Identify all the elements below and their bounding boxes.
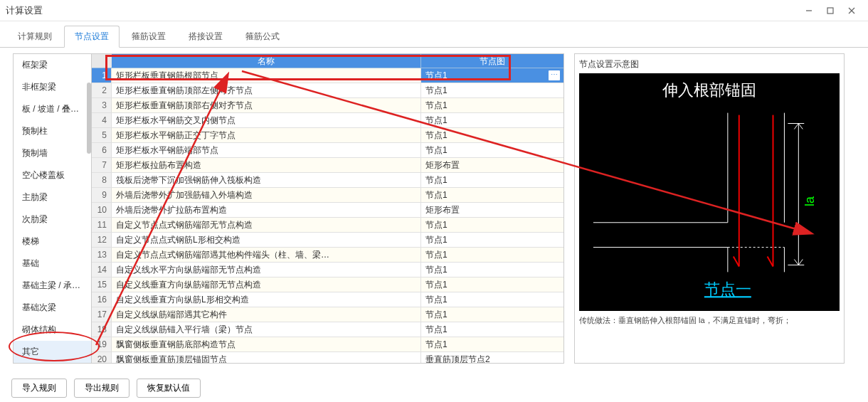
table-row[interactable]: 12自定义节点点式钢筋L形相交构造节点1 (92, 233, 563, 248)
row-number: 4 (92, 113, 112, 127)
more-button[interactable]: ⋯ (548, 70, 561, 81)
row-diagram[interactable]: 节点1 (421, 277, 563, 292)
row-number: 13 (92, 248, 112, 262)
table-row[interactable]: 19飘窗侧板垂直钢筋底部构造节点节点1 (92, 337, 563, 352)
table-row[interactable]: 18自定义线纵筋锚入平行墙（梁）节点节点1 (92, 322, 563, 337)
row-diagram[interactable]: 节点1 (421, 173, 563, 187)
close-button[interactable] (841, 2, 862, 19)
table-row[interactable]: 5矩形栏板水平钢筋正交丁字节点节点1 (92, 128, 563, 143)
sidebar-item-7[interactable]: 次肋梁 (14, 208, 91, 231)
row-diagram[interactable]: 节点1 (421, 233, 563, 247)
row-diagram[interactable]: 节点1⋯ (421, 68, 563, 83)
row-name: 自定义节点点式钢筋L形相交构造 (112, 233, 421, 247)
row-diagram[interactable]: 节点1 (421, 98, 563, 112)
table-row[interactable]: 10外墙后浇带外扩拉筋布置构造矩形布置 (92, 203, 563, 218)
row-number: 14 (92, 263, 112, 277)
row-diagram[interactable]: 节点1 (421, 113, 563, 127)
sidebar-item-4[interactable]: 预制墙 (14, 142, 91, 164)
col-diagram-header: 节点图 (421, 54, 563, 68)
sidebar-item-9[interactable]: 基础 (14, 253, 91, 275)
row-diagram[interactable]: 垂直筋顶层节点2 (421, 352, 563, 364)
row-name: 自定义节点点式钢筋端部无节点构造 (112, 218, 421, 232)
preview-title: 节点设置示意图 (579, 58, 840, 70)
sidebar-item-10[interactable]: 基础主梁 / 承… (14, 275, 91, 297)
table-row[interactable]: 11自定义节点点式钢筋端部无节点构造节点1 (92, 218, 563, 233)
row-name: 外墙后浇带外扩拉筋布置构造 (112, 203, 421, 217)
row-number: 15 (92, 277, 112, 292)
sidebar-item-14[interactable]: 基坑支护 (14, 363, 91, 364)
sidebar-item-3[interactable]: 预制柱 (14, 120, 91, 142)
tab-3[interactable]: 搭接设置 (178, 26, 233, 48)
node-label: 节点一 (704, 280, 751, 298)
table-row[interactable]: 9外墙后浇带外扩加强筋锚入外墙构造节点1 (92, 188, 563, 203)
table-row[interactable]: 17自定义线纵筋端部遇其它构件节点1 (92, 307, 563, 322)
tab-1[interactable]: 节点设置 (64, 26, 120, 48)
maximize-button[interactable] (820, 2, 841, 19)
row-diagram[interactable]: 矩形布置 (421, 158, 563, 172)
sidebar-item-11[interactable]: 基础次梁 (14, 297, 91, 319)
sidebar-item-2[interactable]: 板 / 坡道 / 叠… (14, 98, 91, 120)
table-row[interactable]: 13自定义节点点式钢筋端部遇其他构件端头（柱、墙、梁…节点1 (92, 248, 563, 263)
table-row[interactable]: 3矩形栏板垂直钢筋顶部右侧对齐节点节点1 (92, 98, 563, 113)
minimize-button[interactable] (798, 2, 820, 19)
table-row[interactable]: 6矩形栏板水平钢筋端部节点节点1 (92, 143, 563, 158)
row-name: 矩形栏板水平钢筋端部节点 (112, 143, 421, 157)
row-name: 矩形栏板拉筋布置构造 (112, 158, 421, 172)
row-diagram[interactable]: 节点1 (421, 188, 563, 202)
sidebar-item-1[interactable]: 非框架梁 (14, 76, 91, 98)
table-row[interactable]: 14自定义线水平方向纵筋端部无节点构造节点1 (92, 263, 563, 277)
row-name: 自定义线水平方向纵筋端部无节点构造 (112, 263, 421, 277)
row-diagram[interactable]: 节点1 (421, 143, 563, 157)
table-row[interactable]: 1矩形栏板垂直钢筋根部节点节点1⋯ (92, 68, 563, 83)
sidebar-item-6[interactable]: 主肋梁 (14, 186, 91, 208)
sidebar-item-12[interactable]: 砌体结构 (14, 319, 91, 341)
table-row[interactable]: 7矩形栏板拉筋布置构造矩形布置 (92, 158, 563, 173)
table-row[interactable]: 20飘窗侧板垂直筋顶层锚固节点垂直筋顶层节点2 (92, 352, 563, 364)
row-name: 飘窗侧板垂直钢筋底部构造节点 (112, 337, 421, 351)
row-number: 17 (92, 307, 112, 322)
tab-2[interactable]: 箍筋设置 (121, 26, 176, 48)
row-name: 矩形栏板垂直钢筋顶部左侧对齐节点 (112, 83, 421, 97)
table-row[interactable]: 2矩形栏板垂直钢筋顶部左侧对齐节点节点1 (92, 83, 563, 98)
row-name: 筏板后浇带下沉加强钢筋伸入筏板构造 (112, 173, 421, 187)
sidebar-item-8[interactable]: 楼梯 (14, 231, 91, 253)
row-name: 外墙后浇带外扩加强筋锚入外墙构造 (112, 188, 421, 202)
row-diagram[interactable]: 节点1 (421, 248, 563, 262)
row-diagram[interactable]: 节点1 (421, 83, 563, 97)
window-buttons (798, 2, 862, 19)
col-name-header: 名称 (112, 54, 421, 68)
row-name: 自定义线纵筋端部遇其它构件 (112, 307, 421, 322)
sidebar-item-5[interactable]: 空心楼盖板 (14, 164, 91, 186)
row-number: 11 (92, 218, 112, 232)
import-rules-button[interactable]: 导入规则 (11, 379, 67, 398)
row-name: 矩形栏板垂直钢筋根部节点 (112, 68, 421, 83)
sidebar-item-0[interactable]: 框架梁 (14, 54, 91, 76)
export-rules-button[interactable]: 导出规则 (74, 379, 129, 398)
row-number: 7 (92, 158, 112, 172)
row-name: 矩形栏板水平钢筋交叉内侧节点 (112, 113, 421, 127)
row-diagram[interactable]: 节点1 (421, 128, 563, 142)
table-row[interactable]: 15自定义线垂直方向纵筋端部无节点构造节点1 (92, 277, 563, 292)
tab-0[interactable]: 计算规则 (7, 26, 63, 48)
row-name: 自定义线垂直方向纵筋端部无节点构造 (112, 277, 421, 292)
col-number (92, 54, 112, 68)
table-row[interactable]: 4矩形栏板水平钢筋交叉内侧节点节点1 (92, 113, 563, 128)
table-row[interactable]: 16自定义线垂直方向纵筋L形相交构造节点1 (92, 292, 563, 307)
row-diagram[interactable]: 矩形布置 (421, 203, 563, 217)
row-diagram[interactable]: 节点1 (421, 263, 563, 277)
row-diagram[interactable]: 节点1 (421, 218, 563, 232)
row-number: 5 (92, 128, 112, 142)
tab-4[interactable]: 箍筋公式 (235, 26, 290, 48)
row-number: 8 (92, 173, 112, 187)
row-number: 2 (92, 83, 112, 97)
row-number: 1 (92, 68, 112, 83)
sidebar-item-13[interactable]: 其它 (14, 341, 91, 363)
restore-default-button[interactable]: 恢复默认值 (137, 379, 201, 398)
row-diagram[interactable]: 节点1 (421, 337, 563, 351)
svg-rect-1 (827, 8, 833, 14)
dim-label: la (803, 196, 817, 206)
row-diagram[interactable]: 节点1 (421, 292, 563, 307)
row-diagram[interactable]: 节点1 (421, 307, 563, 322)
row-diagram[interactable]: 节点1 (421, 322, 563, 337)
table-row[interactable]: 8筏板后浇带下沉加强钢筋伸入筏板构造节点1 (92, 173, 563, 188)
